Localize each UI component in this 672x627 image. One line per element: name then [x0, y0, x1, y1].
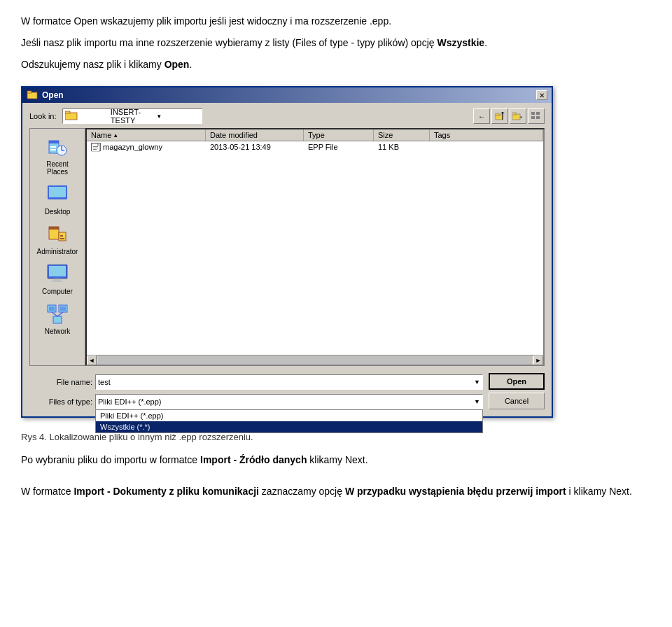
form-fields: File name: test ▼ Files of type: Pliki E… [29, 370, 483, 409]
col-name-label: Name [91, 131, 111, 139]
intro-text-1: W formatce Open wskazujemy plik importu … [21, 15, 391, 27]
svg-rect-39 [53, 316, 62, 323]
cancel-button[interactable]: Cancel [489, 393, 545, 409]
file-list-area: Name ▲ Date modified Type Size [85, 128, 545, 366]
look-in-dropdown[interactable]: INSERT-TESTY ▼ [62, 108, 202, 124]
file-name-cell: magazyn_glowny [87, 142, 206, 152]
main-area: Recent Places Desktop [29, 128, 545, 366]
svg-rect-18 [50, 149, 56, 150]
sidebar-item-recent-places[interactable]: Recent Places [33, 133, 82, 179]
scrollbar-track[interactable] [98, 356, 532, 365]
svg-rect-12 [536, 112, 540, 115]
dropdown-item-all[interactable]: Wszystkie (*.*) [96, 421, 482, 432]
svg-rect-17 [50, 146, 56, 148]
table-row[interactable]: magazyn_glowny 2013-05-21 13:49 EPP File… [87, 141, 543, 153]
svg-rect-3 [65, 111, 70, 113]
bottom-text-1a: Po wybraniu pliku do importu w formatce [21, 454, 200, 465]
svg-line-40 [52, 312, 57, 316]
col-tags-header[interactable]: Tags [430, 129, 543, 141]
scroll-right-button[interactable]: ► [533, 355, 543, 365]
bottom-bold-import-docs: Import - Dokumenty z pliku komunikacji [74, 486, 258, 497]
file-name-input[interactable]: test ▼ [95, 374, 483, 390]
open-button[interactable]: Open [489, 373, 545, 390]
svg-rect-33 [54, 279, 61, 281]
look-in-arrow-icon: ▼ [156, 113, 199, 120]
network-icon [46, 304, 69, 326]
file-name-row: File name: test ▼ [29, 374, 483, 390]
svg-rect-45 [93, 148, 98, 148]
file-type-value: EPP File [308, 143, 338, 151]
sidebar-item-administrator[interactable]: Administrator [33, 220, 82, 259]
intro-text-3b: . [189, 59, 192, 70]
svg-rect-9 [512, 113, 516, 115]
bottom-text-1b: klikamy Next. [307, 454, 368, 465]
file-name-value: magazyn_glowny [103, 143, 162, 151]
svg-rect-24 [53, 199, 62, 202]
svg-rect-1 [27, 91, 31, 93]
computer-icon [46, 264, 69, 286]
svg-rect-13 [531, 116, 535, 119]
sidebar-item-network[interactable]: Network [33, 300, 82, 339]
svg-rect-16 [49, 141, 59, 143]
bottom-para-2: W formatce Import - Dokumenty z pliku ko… [21, 484, 651, 499]
file-name-dropdown-arrow: ▼ [474, 379, 480, 386]
horizontal-scrollbar[interactable]: ◄ ► [87, 355, 543, 365]
sidebar-item-computer[interactable]: Computer [33, 260, 82, 299]
dialog-titlebar: Open ✕ [22, 87, 552, 103]
file-size-cell: 11 KB [374, 142, 430, 152]
create-folder-button[interactable]: * [510, 108, 526, 124]
svg-rect-38 [60, 307, 66, 311]
dialog-close-button[interactable]: ✕ [536, 90, 547, 100]
sidebar-label-network: Network [45, 327, 71, 335]
scroll-left-button[interactable]: ◄ [87, 355, 97, 365]
svg-rect-46 [93, 149, 97, 150]
nav-up-button[interactable] [491, 108, 508, 124]
svg-rect-11 [531, 112, 535, 115]
svg-rect-44 [93, 146, 98, 147]
svg-rect-32 [49, 266, 66, 276]
svg-rect-2 [65, 113, 77, 120]
sidebar: Recent Places Desktop [29, 128, 85, 366]
col-name-sort: ▲ [113, 132, 118, 139]
file-icon [91, 143, 101, 151]
form-area: File name: test ▼ Files of type: Pliki E… [29, 370, 545, 409]
col-size-header[interactable]: Size [374, 129, 430, 141]
intro-text-2a: Jeśli nasz plik importu ma inne rozszerz… [21, 37, 437, 48]
col-date-header[interactable]: Date modified [206, 129, 304, 141]
titlebar-left: Open [27, 89, 64, 102]
files-of-type-input[interactable]: Pliki EDI++ (*.epp) ▼ [95, 394, 483, 409]
file-date-cell: 2013-05-21 13:49 [206, 142, 304, 152]
col-name-header[interactable]: Name ▲ [87, 129, 206, 141]
nav-back-button[interactable]: ← [473, 108, 490, 124]
view-toggle-button[interactable] [528, 108, 545, 124]
intro-bold-open: Open [164, 59, 190, 70]
file-name-label: File name: [29, 378, 92, 386]
look-in-label: Look in: [29, 112, 57, 120]
file-list-header: Name ▲ Date modified Type Size [87, 129, 543, 141]
dialog-body: Look in: INSERT-TESTY ▼ ← [22, 103, 552, 416]
svg-rect-25 [51, 202, 64, 203]
col-type-header[interactable]: Type [304, 129, 374, 141]
svg-text:*: * [520, 115, 522, 120]
file-list-content: Name ▲ Date modified Type Size [87, 129, 543, 355]
dropdown-item-epp[interactable]: Pliki EDI++ (*.epp) [96, 410, 482, 421]
intro-paragraph-2: Jeśli nasz plik importu ma inne rozszerz… [21, 36, 651, 50]
recent-places-icon [46, 136, 69, 159]
file-size-value: 11 KB [378, 143, 399, 151]
files-of-type-arrow: ▼ [474, 398, 480, 405]
file-list-wrapper: Name ▲ Date modified Type Size [87, 129, 543, 365]
desktop-icon [46, 184, 69, 206]
bottom-text-2c: i klikamy Next. [566, 486, 632, 497]
files-of-type-label: Files of type: [29, 397, 92, 406]
look-in-value: INSERT-TESTY [111, 108, 153, 125]
file-name-input-text: test [98, 378, 111, 386]
toolbar-buttons: ← * [473, 108, 545, 124]
col-tags-label: Tags [434, 131, 450, 139]
titlebar-folder-icon [27, 89, 38, 102]
sidebar-label-recent: Recent Places [35, 160, 80, 176]
sidebar-item-desktop[interactable]: Desktop [33, 181, 82, 219]
dialog-title: Open [42, 90, 64, 100]
bottom-para-1: Po wybraniu pliku do importu w formatce … [21, 452, 651, 467]
intro-paragraph-1: W formatce Open wskazujemy plik importu … [21, 14, 651, 29]
bottom-bold-on-error: W przypadku wystąpienia błędu przerwij i… [345, 486, 566, 497]
